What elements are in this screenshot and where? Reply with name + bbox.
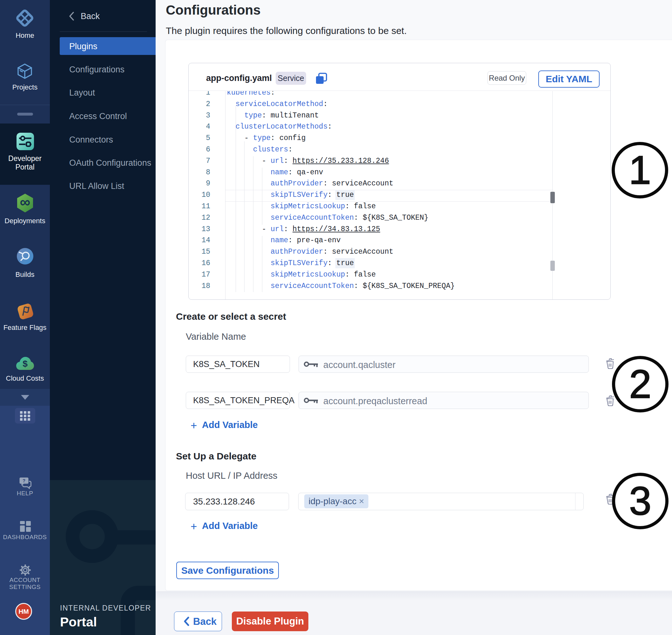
svg-text:∞: ∞ [20,194,30,210]
svg-text:?: ? [23,478,25,483]
svg-text:$: $ [23,359,28,369]
